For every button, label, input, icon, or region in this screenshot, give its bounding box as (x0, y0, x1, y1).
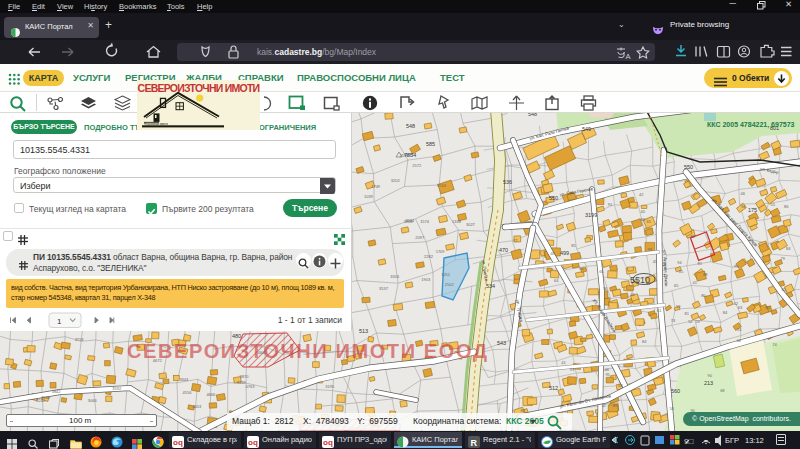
svg-text:1749: 1749 (371, 184, 381, 189)
svg-text:A: A (626, 52, 631, 61)
svg-text:470: 470 (499, 247, 508, 253)
svg-text:93: 93 (570, 367, 575, 372)
svg-text:oq: oq (323, 438, 333, 447)
svg-text:46: 46 (740, 191, 745, 196)
svg-text:74: 74 (772, 342, 777, 347)
svg-text:1338: 1338 (452, 219, 462, 224)
svg-text:68: 68 (720, 388, 725, 393)
svg-text:61: 61 (657, 308, 662, 313)
svg-text:56: 56 (603, 286, 608, 291)
svg-text:88: 88 (703, 272, 708, 277)
svg-text:534: 534 (486, 283, 495, 289)
svg-text:48: 48 (737, 338, 742, 343)
svg-text:91: 91 (608, 202, 613, 207)
svg-text:40: 40 (640, 209, 645, 214)
svg-text:1574: 1574 (420, 219, 430, 224)
svg-text:85: 85 (679, 269, 684, 274)
svg-text:oq: oq (173, 438, 183, 447)
svg-text:84: 84 (723, 310, 728, 315)
svg-text:560: 560 (671, 388, 680, 394)
svg-text:68: 68 (618, 383, 623, 388)
svg-text:Недвижими имоти: Недвижими имоти (144, 122, 168, 126)
svg-text:46: 46 (605, 367, 610, 372)
svg-text:59: 59 (696, 319, 701, 324)
svg-text:69: 69 (550, 251, 555, 256)
svg-text:42: 42 (639, 192, 644, 197)
svg-text:1709: 1709 (436, 249, 446, 254)
svg-text:64: 64 (554, 278, 559, 283)
svg-text:86: 86 (784, 204, 789, 209)
svg-text:548: 548 (528, 113, 537, 117)
svg-text:51: 51 (737, 327, 742, 332)
svg-text:585: 585 (426, 141, 435, 147)
svg-text:ККС 2005 4784221, 697573: ККС 2005 4784221, 697573 (707, 121, 795, 129)
svg-text:550: 550 (684, 164, 693, 170)
svg-text:513: 513 (359, 328, 368, 334)
svg-text:80: 80 (701, 293, 706, 298)
svg-text:82: 82 (691, 234, 696, 239)
svg-text:543: 543 (497, 340, 506, 346)
svg-text:R: R (471, 438, 478, 448)
svg-text:4666: 4666 (206, 392, 216, 397)
svg-text:52: 52 (688, 319, 693, 324)
svg-text:2572: 2572 (412, 163, 422, 168)
svg-text:1039: 1039 (364, 194, 374, 199)
svg-text:480: 480 (232, 333, 241, 339)
svg-text:84: 84 (646, 281, 651, 286)
svg-text:54: 54 (670, 406, 675, 411)
svg-text:3842: 3842 (52, 389, 62, 394)
svg-text:3240: 3240 (36, 398, 46, 403)
svg-text:94: 94 (677, 260, 682, 265)
svg-text:oq: oq (248, 438, 258, 447)
svg-text:79: 79 (780, 256, 785, 261)
svg-text:94: 94 (741, 204, 746, 209)
svg-text:52: 52 (601, 403, 606, 408)
svg-text:548: 548 (406, 123, 415, 129)
svg-text:81: 81 (697, 261, 702, 266)
svg-text:85: 85 (782, 287, 787, 292)
svg-text:9□: 9□ (684, 437, 693, 446)
svg-text:80: 80 (765, 305, 770, 310)
svg-text:3537: 3537 (379, 286, 389, 291)
svg-text:81: 81 (685, 311, 690, 316)
svg-text:99: 99 (734, 264, 739, 269)
svg-text:95: 95 (605, 372, 610, 377)
svg-text:3718: 3718 (75, 337, 85, 342)
svg-text:90: 90 (707, 373, 712, 378)
svg-text:549: 549 (582, 126, 591, 132)
svg-text:41: 41 (693, 280, 698, 285)
svg-text:85: 85 (571, 243, 576, 248)
svg-text:4556: 4556 (183, 390, 193, 395)
svg-text:213: 213 (704, 380, 713, 386)
svg-text:63: 63 (738, 305, 743, 310)
svg-text:84: 84 (786, 246, 791, 251)
svg-text:3316: 3316 (390, 274, 400, 279)
svg-text:3592: 3592 (112, 386, 122, 391)
svg-text:3027: 3027 (466, 222, 476, 227)
svg-text:3908: 3908 (404, 219, 414, 224)
svg-text:550: 550 (549, 195, 558, 201)
svg-text:83: 83 (640, 217, 645, 222)
svg-text:84: 84 (642, 339, 647, 344)
svg-text:99: 99 (676, 304, 681, 309)
svg-text:1903: 1903 (421, 277, 431, 282)
svg-text:65: 65 (599, 269, 604, 274)
svg-text:3344: 3344 (179, 377, 189, 382)
svg-text:536: 536 (503, 179, 512, 185)
svg-text:3251: 3251 (441, 272, 451, 277)
svg-text:512: 512 (549, 385, 558, 391)
svg-text:41: 41 (653, 259, 658, 264)
svg-text:3195: 3195 (325, 384, 335, 389)
svg-text:2097: 2097 (415, 235, 425, 240)
svg-text:44: 44 (630, 292, 635, 297)
svg-text:2571: 2571 (405, 152, 415, 157)
svg-text:41: 41 (561, 360, 566, 365)
svg-text:4053: 4053 (192, 404, 202, 409)
svg-text:74: 74 (671, 318, 676, 323)
svg-text:65: 65 (647, 219, 652, 224)
svg-text:3202: 3202 (391, 178, 401, 183)
svg-text:98: 98 (648, 247, 653, 252)
svg-text:72: 72 (513, 238, 518, 243)
svg-text:86: 86 (613, 403, 618, 408)
svg-text:3870: 3870 (240, 374, 250, 379)
